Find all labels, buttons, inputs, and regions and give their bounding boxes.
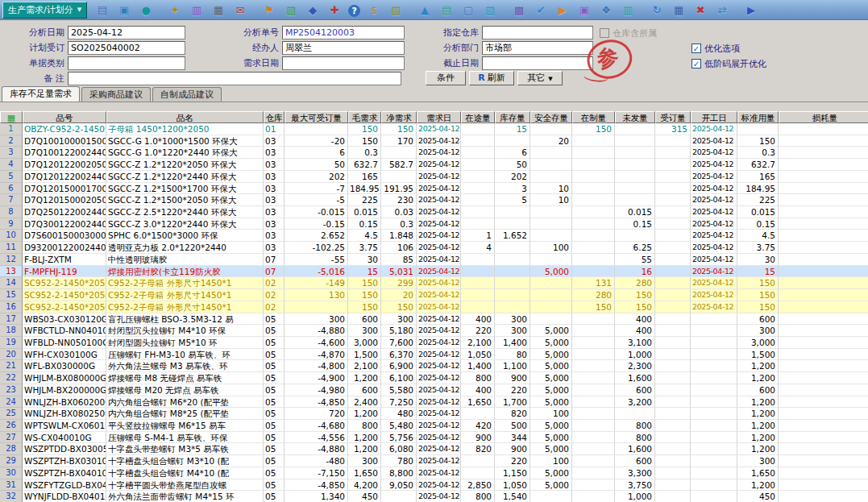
cell-part_no[interactable]: D7Q1201500017000G xyxy=(23,183,106,195)
cell-unshipped[interactable]: 600 xyxy=(615,455,655,467)
help-icon[interactable]: ? xyxy=(348,5,360,17)
cell-gross_demand[interactable]: 184.95 xyxy=(348,183,381,195)
cell-part_no[interactable]: WSZPTZH-BX040100G xyxy=(23,467,106,479)
cell-demand_date[interactable]: 2025-04-12 xyxy=(417,183,461,195)
cell-ordered[interactable] xyxy=(655,491,691,502)
cell-loss[interactable] xyxy=(779,432,868,444)
cell-part_no[interactable]: D7Q1201220020500G xyxy=(23,159,106,171)
cell-wip[interactable] xyxy=(572,147,615,159)
designated-warehouse-input[interactable] xyxy=(482,26,593,39)
cell-loss[interactable] xyxy=(779,372,868,384)
cell-ordered[interactable] xyxy=(655,443,691,455)
cell-loss[interactable] xyxy=(779,491,868,502)
cell-part_no[interactable]: D7Q1001000015000G xyxy=(23,135,106,147)
row-number[interactable]: 24 xyxy=(0,396,23,409)
cell-stock[interactable]: 344 xyxy=(495,432,530,444)
cell-part_no[interactable]: WYNJFLDD-BX040150G xyxy=(23,491,106,502)
cell-warehouse[interactable]: 03 xyxy=(264,218,284,230)
cell-warehouse[interactable]: 05 xyxy=(264,372,284,384)
cell-stock[interactable] xyxy=(495,135,530,147)
row-number[interactable]: 5 xyxy=(0,171,23,183)
tab-0[interactable]: 库存不足量需求 xyxy=(2,86,80,102)
cart-icon[interactable]: ▨ xyxy=(388,2,404,18)
cell-start_date[interactable] xyxy=(691,349,737,361)
cell-stock[interactable]: 900 xyxy=(495,372,530,384)
cell-warehouse[interactable]: 05 xyxy=(264,325,284,337)
cell-max_orderable[interactable]: -4,900 xyxy=(284,372,348,384)
cell-part_no[interactable]: WBS03-CX030120G xyxy=(23,313,106,326)
cell-net_demand[interactable]: 150 xyxy=(381,123,417,135)
table-row[interactable]: 29WSZPTZH-BX030100G十字槽盘头组合螺钉 M3*10 (配05-… xyxy=(0,455,868,467)
table-row[interactable]: 24WNLJZH-BX060200G内六角组合螺钉 M6*20 (配平垫05-4… xyxy=(0,396,868,409)
cell-unshipped[interactable]: 800 xyxy=(615,420,655,432)
cell-demand_date[interactable]: 2025-04-12 xyxy=(417,218,461,230)
cell-unshipped[interactable]: 6.25 xyxy=(615,242,655,254)
cell-max_orderable[interactable]: 130 xyxy=(284,289,348,301)
cell-std_usage[interactable]: 1,200 xyxy=(737,396,779,409)
cell-in_transit[interactable]: 1 xyxy=(461,230,495,242)
cell-net_demand[interactable]: 300 xyxy=(381,313,417,326)
cell-gross_demand[interactable]: 300 xyxy=(348,325,381,337)
cell-stock[interactable]: 5 xyxy=(495,194,530,206)
cell-net_demand[interactable]: 106 xyxy=(381,242,417,254)
cell-gross_demand[interactable]: 450 xyxy=(348,491,381,502)
cell-part_name[interactable]: SGCC-Z 1.2*1500*2050 环保大 xyxy=(106,194,264,206)
cell-loss[interactable] xyxy=(779,123,868,135)
cell-ordered[interactable] xyxy=(655,372,691,384)
cell-demand_date[interactable]: 2025-04-12 xyxy=(417,123,461,135)
row-number[interactable]: 28 xyxy=(0,443,23,455)
cell-net_demand[interactable]: 85 xyxy=(381,254,417,266)
col-header-std_usage[interactable]: 标准用量 xyxy=(737,111,779,123)
cell-loss[interactable] xyxy=(779,384,868,396)
cell-max_orderable[interactable]: 2.652 xyxy=(284,230,348,242)
row-number[interactable]: 6 xyxy=(0,183,23,195)
cell-demand_date[interactable]: 2025-04-12 xyxy=(417,396,461,409)
table-row[interactable]: 14SC952-2-1450*2050-GC952-2子母箱 外形尺寸1450*… xyxy=(0,277,868,289)
table-row[interactable]: 2D7Q1001000015000GSGCC-G 1.0*1000*1500 环… xyxy=(0,135,868,147)
cell-in_transit[interactable] xyxy=(461,135,495,147)
cell-safety_stock[interactable] xyxy=(530,171,572,183)
row-number[interactable]: 9 xyxy=(0,218,23,230)
cell-net_demand[interactable]: 5,756 xyxy=(381,432,417,444)
cell-max_orderable[interactable]: -0.15 xyxy=(284,218,348,230)
cell-demand_date[interactable]: 2025-04-12 xyxy=(417,289,461,301)
col-header-max_orderable[interactable]: 最大可受订量 xyxy=(284,111,348,123)
cell-max_orderable[interactable]: 202 xyxy=(284,171,348,183)
cell-demand_date[interactable]: 2025-04-12 xyxy=(417,420,461,432)
cell-gross_demand[interactable]: 1,200 xyxy=(348,408,381,420)
cell-start_date[interactable] xyxy=(691,360,737,372)
cell-part_no[interactable]: D7Q1001220024400G xyxy=(23,147,106,159)
cell-max_orderable[interactable] xyxy=(284,301,348,313)
cell-stock[interactable]: 1.652 xyxy=(495,230,530,242)
cell-demand_date[interactable]: 2025-04-12 xyxy=(417,337,461,349)
cell-part_no[interactable]: OBZY-C952-2-1450*2050 xyxy=(23,123,106,135)
cell-loss[interactable] xyxy=(779,420,868,432)
cell-part_name[interactable]: SPHC 6.0*1500*3000 环保 xyxy=(106,230,264,242)
row-number[interactable]: 27 xyxy=(0,432,23,444)
cell-in_transit[interactable] xyxy=(461,455,495,467)
cell-warehouse[interactable]: 05 xyxy=(264,408,284,420)
col-header-start_date[interactable]: 开工日 xyxy=(691,111,737,123)
cell-net_demand[interactable]: 8,800 xyxy=(381,467,417,479)
cell-max_orderable[interactable]: -4,680 xyxy=(284,420,348,432)
cell-demand_date[interactable]: 2025-04-12 xyxy=(417,432,461,444)
cell-net_demand[interactable]: 7,600 xyxy=(381,337,417,349)
cell-part_name[interactable]: SGCC-G 1.0*1220*2440 环保大 xyxy=(106,147,264,159)
cell-warehouse[interactable]: 03 xyxy=(264,206,284,218)
cell-warehouse[interactable]: 05 xyxy=(264,384,284,396)
cell-safety_stock[interactable] xyxy=(530,230,572,242)
cell-loss[interactable] xyxy=(779,183,868,195)
cell-demand_date[interactable]: 2025-04-12 xyxy=(417,159,461,171)
cell-gross_demand[interactable]: 800 xyxy=(348,420,381,432)
cell-demand_date[interactable]: 2025-04-12 xyxy=(417,325,461,337)
cell-max_orderable[interactable] xyxy=(284,123,348,135)
cell-safety_stock[interactable]: 100 xyxy=(530,408,572,420)
cell-wip[interactable] xyxy=(572,218,615,230)
cell-safety_stock[interactable]: 5,000 xyxy=(530,266,572,278)
cell-safety_stock[interactable] xyxy=(530,206,572,218)
module-dropdown[interactable]: 生产需求/计划分 ▼ xyxy=(2,2,87,19)
cell-wip[interactable] xyxy=(572,432,615,444)
cell-net_demand[interactable]: 780 xyxy=(381,455,417,467)
cell-part_name[interactable]: 内六角组合螺钉 M6*20 (配平垫 xyxy=(106,396,264,409)
copy-icon[interactable]: ▧ xyxy=(482,2,498,18)
